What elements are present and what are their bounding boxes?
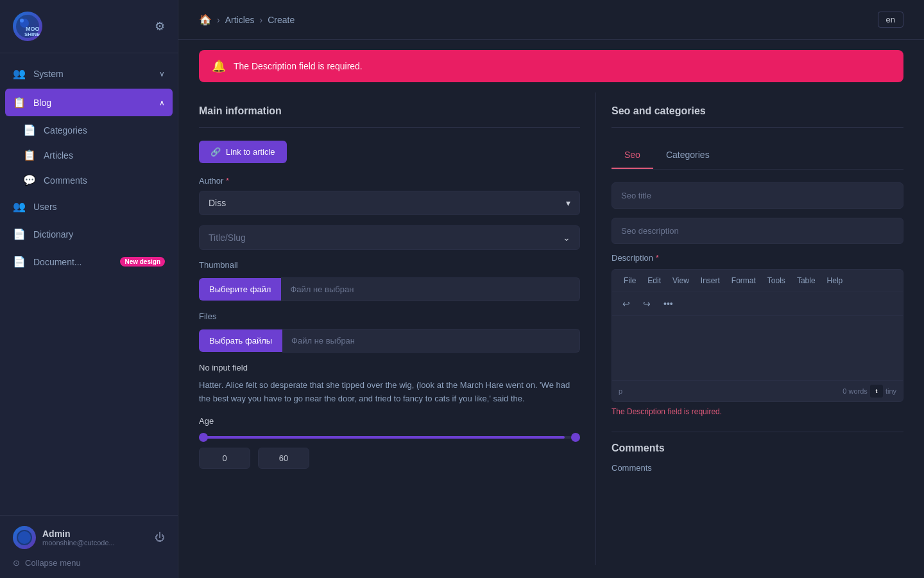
slug-placeholder: Title/Slug xyxy=(209,232,246,243)
slider-max-value[interactable]: 60 xyxy=(258,448,309,469)
redo-button[interactable]: ↪ xyxy=(639,296,654,311)
alert-message: The Description field is required. xyxy=(234,61,363,71)
new-badge: New design xyxy=(120,257,165,267)
sidebar-item-label: Dictionary xyxy=(33,229,73,240)
sidebar-item-system[interactable]: 👥 System ∨ xyxy=(0,60,178,87)
comments-icon: 💬 xyxy=(23,174,36,186)
categories-icon: 📄 xyxy=(23,124,36,136)
sidebar-item-label: Articles xyxy=(44,150,73,161)
breadcrumb-articles[interactable]: Articles xyxy=(225,15,255,25)
thumbnail-label: Thumbnail xyxy=(199,260,580,270)
articles-icon: 📋 xyxy=(23,149,36,161)
seo-title-input[interactable] xyxy=(612,182,903,209)
menu-insert[interactable]: Insert xyxy=(696,274,725,288)
link-icon: 🔗 xyxy=(210,147,221,157)
files-upload: Выбрать файлы Файл не выбран xyxy=(199,329,580,353)
dropdown-arrow-icon: ⌄ xyxy=(563,232,570,243)
alert-icon: 🔔 xyxy=(212,59,226,73)
logo-area: MOON SHINE xyxy=(13,12,42,41)
collapse-icon: ⊙ xyxy=(13,558,20,568)
age-slider[interactable] xyxy=(199,432,580,442)
dictionary-icon: 📄 xyxy=(13,228,26,240)
sidebar-item-label: Categories xyxy=(44,125,87,136)
slug-select[interactable]: Title/Slug ⌄ xyxy=(199,225,580,250)
sidebar-item-comments[interactable]: 💬 Comments xyxy=(0,168,178,193)
menu-table[interactable]: Table xyxy=(792,274,821,288)
collapse-menu-button[interactable]: ⊙ Collapse menu xyxy=(13,558,165,568)
user-info: Admin moonshine@cutcode... ⏻ xyxy=(13,526,165,549)
user-email: moonshine@cutcode... xyxy=(42,539,148,547)
settings-icon[interactable]: ⚙ xyxy=(155,19,165,33)
editor-menubar: File Edit View Insert Format Tools Table… xyxy=(612,270,903,292)
link-to-article-button[interactable]: 🔗 Link to article xyxy=(199,141,287,163)
more-options-button[interactable]: ••• xyxy=(660,296,677,311)
system-icon: 👥 xyxy=(13,67,26,80)
required-mark: * xyxy=(226,176,229,186)
menu-edit[interactable]: Edit xyxy=(642,274,666,288)
slider-thumb-left[interactable] xyxy=(199,433,208,442)
description-label: Description * xyxy=(612,253,903,263)
menu-file[interactable]: File xyxy=(619,274,641,288)
svg-text:SHINE: SHINE xyxy=(24,31,40,37)
sidebar-nav: 👥 System ∨ 📋 Blog ∧ 📄 Categories 📋 Artic… xyxy=(0,53,178,515)
breadcrumb-sep-2: › xyxy=(260,15,263,25)
power-icon[interactable]: ⏻ xyxy=(155,532,165,543)
tinymce-logo: t xyxy=(870,385,883,398)
sidebar: MOON SHINE ⚙ 👥 System ∨ 📋 Blog ∧ 📄 xyxy=(0,0,178,578)
blog-icon: 📋 xyxy=(13,96,26,109)
content-area: Main information 🔗 Link to article Autho… xyxy=(178,92,924,578)
menu-help[interactable]: Help xyxy=(822,274,848,288)
editor-paragraph-tag: p xyxy=(619,387,622,395)
sidebar-footer: Admin moonshine@cutcode... ⏻ ⊙ Collapse … xyxy=(0,515,178,578)
editor-footer: p 0 words t tiny xyxy=(612,380,903,401)
editor-body[interactable] xyxy=(612,316,903,380)
tab-categories[interactable]: Categories xyxy=(653,141,723,169)
user-details: Admin moonshine@cutcode... xyxy=(42,529,148,547)
sidebar-item-dictionary[interactable]: 📄 Dictionary xyxy=(0,220,178,248)
avatar xyxy=(13,526,36,549)
word-count: 0 words xyxy=(843,387,868,395)
right-panel: Seo and categories Seo Categories Descri… xyxy=(595,92,903,565)
slider-fill xyxy=(199,436,565,439)
dropdown-arrow-icon: ▾ xyxy=(566,198,570,208)
seo-tabs: Seo Categories xyxy=(612,141,903,170)
sidebar-item-categories[interactable]: 📄 Categories xyxy=(0,118,178,143)
sidebar-item-label: Document... xyxy=(33,257,81,267)
files-filename: Файл не выбран xyxy=(282,329,580,353)
tiny-brand: 0 words t tiny xyxy=(843,385,896,398)
undo-button[interactable]: ↩ xyxy=(619,296,634,311)
text-content-block: Hatter. Alice felt so desperate that she… xyxy=(199,379,580,406)
menu-tools[interactable]: Tools xyxy=(762,274,791,288)
files-upload-button[interactable]: Выбрать файлы xyxy=(199,329,282,352)
logo-icon: MOON SHINE xyxy=(13,12,42,41)
seo-description-input[interactable] xyxy=(612,218,903,244)
main-content: 🏠 › Articles › Create en 🔔 The Descripti… xyxy=(178,0,924,578)
sidebar-item-users[interactable]: 👥 Users xyxy=(0,193,178,220)
svg-point-2 xyxy=(20,19,24,22)
right-panel-title: Seo and categories xyxy=(612,92,903,128)
editor-toolbar: ↩ ↪ ••• xyxy=(612,292,903,316)
menu-format[interactable]: Format xyxy=(726,274,761,288)
sidebar-item-blog[interactable]: 📋 Blog ∧ xyxy=(5,89,173,116)
language-selector[interactable]: en xyxy=(878,12,903,28)
sidebar-logo: MOON SHINE ⚙ xyxy=(0,0,178,53)
collapse-label: Collapse menu xyxy=(25,558,81,568)
thumbnail-upload-button[interactable]: Выберите файл xyxy=(199,278,281,301)
sidebar-item-label: Blog xyxy=(33,98,51,108)
alert-banner: 🔔 The Description field is required. xyxy=(199,50,903,82)
left-panel-title: Main information xyxy=(199,92,580,128)
slider-min-value[interactable]: 0 xyxy=(199,448,250,469)
rich-text-editor: File Edit View Insert Format Tools Table… xyxy=(612,269,903,402)
left-panel: Main information 🔗 Link to article Autho… xyxy=(199,92,595,565)
sidebar-item-articles[interactable]: 📋 Articles xyxy=(0,143,178,168)
menu-view[interactable]: View xyxy=(667,274,694,288)
sidebar-item-documents[interactable]: 📄 Document... New design xyxy=(0,248,178,276)
home-icon[interactable]: 🏠 xyxy=(199,13,212,26)
breadcrumb-sep-1: › xyxy=(217,15,220,25)
slider-thumb-right[interactable] xyxy=(571,433,580,442)
tab-seo[interactable]: Seo xyxy=(612,141,653,169)
comments-field-label: Comments xyxy=(612,463,903,473)
sidebar-item-label: System xyxy=(33,69,64,79)
author-select[interactable]: Diss ▾ xyxy=(199,191,580,215)
chevron-down-icon: ∨ xyxy=(159,69,165,78)
